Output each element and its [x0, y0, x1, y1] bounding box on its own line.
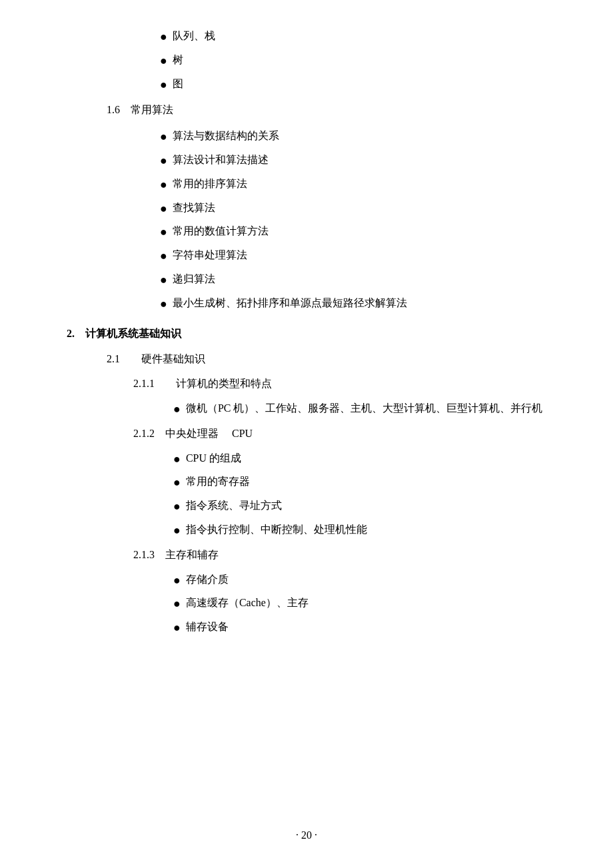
bullet-text: 存储介质 [186, 570, 546, 588]
bullet-text: 字符串处理算法 [173, 246, 546, 264]
section-2-1-heading: 2.1 硬件基础知识 [107, 350, 546, 369]
section-2-1-1-bullets: ● 微机（PC 机）、工作站、服务器、主机、大型计算机、巨型计算机、并行机 [67, 399, 546, 419]
list-item: ● 最小生成树、拓扑排序和单源点最短路径求解算法 [160, 294, 546, 314]
page: ● 队列、栈 ● 树 ● 图 1.6 常用算法 ● 算法与数据结构的关系 [0, 0, 613, 868]
list-item: ● 指令系统、寻址方式 [173, 496, 546, 516]
list-item: ● 字符串处理算法 [160, 246, 546, 266]
bullet-text: 微机（PC 机）、工作站、服务器、主机、大型计算机、巨型计算机、并行机 [186, 399, 546, 417]
section-2-1-2-title-suffix: CPU [232, 428, 253, 439]
list-item: ● 辅存设备 [173, 618, 546, 638]
bullet-text: 辅存设备 [186, 618, 546, 636]
bullet-text: 最小生成树、拓扑排序和单源点最短路径求解算法 [173, 294, 546, 312]
list-item: ● 算法设计和算法描述 [160, 151, 546, 171]
list-item: ● 递归算法 [160, 270, 546, 290]
bullet-dot: ● [160, 270, 167, 290]
bullet-text: 指令执行控制、中断控制、处理机性能 [186, 520, 546, 538]
bullet-text: 图 [173, 75, 546, 93]
bullet-text: 查找算法 [173, 199, 546, 217]
section-2-1-number: 2.1 [107, 350, 120, 369]
section-1-6-number: 1.6 [107, 101, 120, 120]
page-number: · 20 · [296, 829, 317, 841]
bullet-text: 算法设计和算法描述 [173, 151, 546, 169]
bullet-dot: ● [173, 618, 181, 638]
section-2-1-title: 硬件基础知识 [141, 353, 205, 364]
list-item: ● 常用的数值计算方法 [160, 222, 546, 242]
list-item: ● 查找算法 [160, 199, 546, 218]
section-2-1-2-title: 中央处理器 [165, 428, 219, 439]
bullet-dot: ● [173, 450, 181, 469]
bullet-dot: ● [173, 594, 181, 614]
bullet-dot: ● [160, 127, 167, 147]
list-item: ● 常用的寄存器 [173, 472, 546, 492]
section-2-1-1-title: 计算机的类型和特点 [176, 378, 272, 389]
list-item: ● 算法与数据结构的关系 [160, 127, 546, 147]
bullet-text: 高速缓存（Cache）、主存 [186, 594, 546, 612]
section-2-1-1-number: 2.1.1 [133, 374, 155, 394]
bullet-dot: ● [160, 151, 167, 171]
section-1-6-heading: 1.6 常用算法 [107, 101, 546, 120]
list-item: ● 指令执行控制、中断控制、处理机性能 [173, 520, 546, 540]
bullet-dot: ● [160, 75, 167, 95]
bullet-dot: ● [160, 27, 167, 47]
section-2-1-2-heading: 2.1.2 中央处理器 CPU [133, 424, 546, 444]
list-item: ● 存储介质 [173, 570, 546, 590]
bullet-text: 常用的排序算法 [173, 175, 546, 193]
bullet-dot: ● [160, 246, 167, 266]
bullet-dot: ● [173, 400, 181, 419]
bullet-text: 递归算法 [173, 270, 546, 288]
bullet-dot: ● [160, 294, 167, 314]
section-2-1-1-heading: 2.1.1 计算机的类型和特点 [133, 374, 546, 394]
bullet-dot: ● [160, 199, 167, 218]
top-bullet-list: ● 队列、栈 ● 树 ● 图 [67, 27, 546, 94]
section-2-1-3-number: 2.1.3 [133, 546, 155, 565]
bullet-text: 指令系统、寻址方式 [186, 496, 546, 514]
bullet-dot: ● [173, 521, 181, 540]
list-item: ● CPU 的组成 [173, 449, 546, 469]
bullet-dot: ● [173, 497, 181, 516]
bullet-text: 算法与数据结构的关系 [173, 127, 546, 145]
bullet-dot: ● [160, 222, 167, 242]
content: ● 队列、栈 ● 树 ● 图 1.6 常用算法 ● 算法与数据结构的关系 [67, 27, 546, 638]
section-2-heading: 2. 计算机系统基础知识 [67, 324, 546, 344]
section-2-1-2-number: 2.1.2 [133, 424, 155, 444]
list-item: ● 树 [160, 51, 546, 71]
list-item: ● 队列、栈 [160, 27, 546, 47]
bullet-dot: ● [160, 51, 167, 71]
bullet-text: CPU 的组成 [186, 449, 546, 467]
bullet-text: 常用的数值计算方法 [173, 222, 546, 240]
bullet-dot: ● [173, 473, 181, 492]
list-item: ● 图 [160, 75, 546, 95]
section-2-1-2-bullets: ● CPU 的组成 ● 常用的寄存器 ● 指令系统、寻址方式 ● 指令执行控制、… [67, 449, 546, 540]
section-2-number: 2. [67, 324, 75, 344]
section-1-6-title: 常用算法 [131, 104, 173, 115]
list-item: ● 微机（PC 机）、工作站、服务器、主机、大型计算机、巨型计算机、并行机 [173, 399, 546, 419]
bullet-text: 树 [173, 51, 546, 69]
list-item: ● 高速缓存（Cache）、主存 [173, 594, 546, 614]
section-1-6-bullets: ● 算法与数据结构的关系 ● 算法设计和算法描述 ● 常用的排序算法 ● 查找算… [67, 127, 546, 313]
section-2-1-3-title: 主存和辅存 [165, 549, 219, 560]
list-item: ● 常用的排序算法 [160, 175, 546, 195]
section-2-title: 计算机系统基础知识 [85, 328, 181, 339]
bullet-text: 常用的寄存器 [186, 472, 546, 490]
bullet-dot: ● [173, 571, 181, 590]
bullet-dot: ● [160, 175, 167, 195]
section-2-1-3-heading: 2.1.3 主存和辅存 [133, 546, 546, 565]
bullet-text: 队列、栈 [173, 27, 546, 45]
section-2-1-3-bullets: ● 存储介质 ● 高速缓存（Cache）、主存 ● 辅存设备 [67, 570, 546, 638]
